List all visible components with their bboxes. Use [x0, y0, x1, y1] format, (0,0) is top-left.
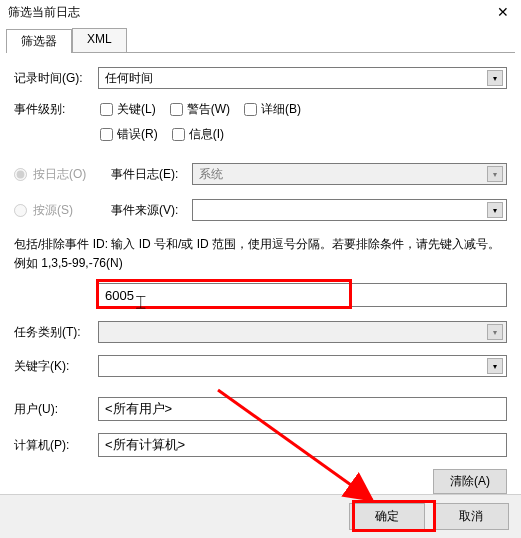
keywords-label: 关键字(K):	[14, 358, 98, 375]
chk-warning[interactable]: 警告(W)	[170, 101, 230, 118]
event-source-combo[interactable]: ▾	[192, 199, 507, 221]
radio-by-source-label: 按源(S)	[33, 202, 105, 219]
event-log-value: 系统	[199, 166, 223, 183]
radio-by-log-label: 按日志(O)	[33, 166, 105, 183]
chk-verbose[interactable]: 详细(B)	[244, 101, 301, 118]
chevron-down-icon: ▾	[487, 202, 503, 218]
computer-label: 计算机(P):	[14, 437, 98, 454]
cancel-button[interactable]: 取消	[433, 503, 509, 530]
logged-value: 任何时间	[105, 70, 153, 87]
chk-info[interactable]: 信息(I)	[172, 126, 224, 143]
keywords-combo[interactable]: ▾	[98, 355, 507, 377]
event-id-help: 包括/排除事件 ID: 输入 ID 号和/或 ID 范围，使用逗号分隔。若要排除…	[14, 235, 507, 273]
level-label: 事件级别:	[14, 101, 98, 118]
user-input[interactable]	[98, 397, 507, 421]
chk-error[interactable]: 错误(R)	[100, 126, 158, 143]
titlebar: 筛选当前日志 ✕	[0, 0, 521, 24]
chevron-down-icon: ▾	[487, 324, 503, 340]
logged-label: 记录时间(G):	[14, 70, 98, 87]
event-log-combo: 系统 ▾	[192, 163, 507, 185]
bottom-bar: 确定 取消	[0, 494, 521, 538]
ok-button[interactable]: 确定	[349, 503, 425, 530]
close-icon[interactable]: ✕	[491, 4, 515, 20]
tab-strip: 筛选器 XML	[6, 28, 515, 53]
task-category-combo: ▾	[98, 321, 507, 343]
radio-by-source	[14, 204, 27, 217]
chevron-down-icon: ▾	[487, 166, 503, 182]
dialog-title: 筛选当前日志	[8, 4, 80, 21]
computer-input[interactable]	[98, 433, 507, 457]
chk-critical[interactable]: 关键(L)	[100, 101, 156, 118]
tab-filter[interactable]: 筛选器	[6, 29, 72, 53]
radio-by-log	[14, 168, 27, 181]
task-category-label: 任务类别(T):	[14, 324, 98, 341]
event-source-label: 事件来源(V):	[111, 202, 178, 219]
clear-button[interactable]: 清除(A)	[433, 469, 507, 494]
chevron-down-icon: ▾	[487, 358, 503, 374]
event-log-label: 事件日志(E):	[111, 166, 178, 183]
user-label: 用户(U):	[14, 401, 98, 418]
chevron-down-icon: ▾	[487, 70, 503, 86]
event-id-input[interactable]	[98, 283, 507, 307]
tab-xml[interactable]: XML	[72, 28, 127, 52]
tab-content: 记录时间(G): 任何时间 ▾ 事件级别: 关键(L) 警告(W) 详细(B) …	[0, 53, 521, 504]
logged-combo[interactable]: 任何时间 ▾	[98, 67, 507, 89]
